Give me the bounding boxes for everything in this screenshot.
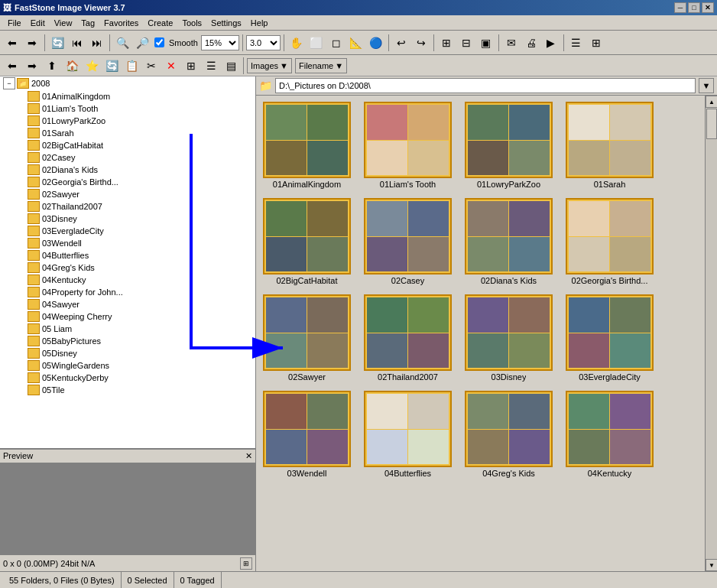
tree-item[interactable]: 02BigCatHabitat xyxy=(0,139,255,151)
tool5[interactable]: 🔵 xyxy=(367,34,385,52)
nav-favorite[interactable]: ⭐ xyxy=(83,57,101,75)
back-button[interactable]: ⬅ xyxy=(3,34,21,52)
tree-area[interactable]: − 📁 2008 01AnimalKingdom01Liam's Tooth01… xyxy=(0,76,255,449)
minimize-button[interactable]: ─ xyxy=(674,2,686,13)
tree-item[interactable]: 05WingleGardens xyxy=(0,359,255,372)
nav-detail[interactable]: ▤ xyxy=(222,57,240,75)
tree-item[interactable]: 02Sawyer xyxy=(0,188,255,200)
thumb-item[interactable]: 02Casey xyxy=(360,195,456,288)
rotation-select[interactable]: 3.0 xyxy=(246,35,281,50)
tool2[interactable]: ⬜ xyxy=(307,34,326,52)
preview-resize[interactable]: ⊞ xyxy=(240,557,252,570)
thumb-item[interactable]: 02BigCatHabitat xyxy=(259,195,355,288)
nav-move[interactable]: ✂ xyxy=(142,57,161,75)
scroll-track[interactable] xyxy=(706,108,717,559)
tree-item[interactable]: 04Butterflies xyxy=(0,249,255,262)
thumb-item[interactable]: 03Wendell xyxy=(259,388,355,481)
thumb-item[interactable]: 01LowryParkZoo xyxy=(461,99,556,192)
slideshow-button[interactable]: ▶ xyxy=(542,34,560,52)
tree-item[interactable]: 05Tile xyxy=(0,384,255,396)
tree-item[interactable]: 01Sarah xyxy=(0,127,255,139)
tree-item[interactable]: 04Weeping Cherry xyxy=(0,310,255,323)
tree-item[interactable]: 02Casey xyxy=(0,151,255,164)
grid2-button[interactable]: ⊟ xyxy=(457,34,475,52)
menu-item-file[interactable]: File xyxy=(3,17,26,29)
thumb-item[interactable]: 03EvergladeCity xyxy=(562,291,657,385)
tree-item[interactable]: 02Diana's Kids xyxy=(0,164,255,176)
address-input[interactable] xyxy=(275,78,696,93)
list-button[interactable]: ☰ xyxy=(567,34,586,52)
scroll-thumb[interactable] xyxy=(706,109,717,139)
tree-item[interactable]: 01LowryParkZoo xyxy=(0,115,255,127)
next-button[interactable]: ⏭ xyxy=(88,34,106,52)
thumb-item[interactable]: 01Sarah xyxy=(562,99,657,192)
tool4[interactable]: 📐 xyxy=(347,34,365,52)
tree-item[interactable]: 05KentuckyDerby xyxy=(0,372,255,384)
thumb-item[interactable]: 02Georgia's Birthd... xyxy=(562,195,657,288)
thumb-item[interactable]: 01AnimalKingdom xyxy=(259,99,355,192)
nav-list[interactable]: ☰ xyxy=(202,57,220,75)
nav-home[interactable]: 🏠 xyxy=(63,57,81,75)
tree-item[interactable]: 04Property for John... xyxy=(0,286,255,298)
tree-item[interactable]: 02Thailand2007 xyxy=(0,200,255,213)
tree-item[interactable]: 03EvergladeCity xyxy=(0,225,255,237)
tree-item[interactable]: 04Sawyer xyxy=(0,298,255,310)
undo-button[interactable]: ↩ xyxy=(392,34,410,52)
tree-item[interactable]: 01Liam's Tooth xyxy=(0,102,255,115)
menu-item-favorites[interactable]: Favorites xyxy=(99,17,143,29)
menu-item-settings[interactable]: Settings xyxy=(206,17,246,29)
tool1[interactable]: ✋ xyxy=(287,34,306,52)
tool3[interactable]: ◻ xyxy=(327,34,346,52)
zoom-in-button[interactable]: 🔍 xyxy=(113,34,131,52)
print-button[interactable]: 🖨 xyxy=(522,34,540,52)
view-button[interactable]: ▣ xyxy=(477,34,495,52)
images-dropdown[interactable]: Images ▼ xyxy=(247,58,292,73)
scroll-up[interactable]: ▲ xyxy=(706,96,717,108)
tree-item[interactable]: 05 Liam xyxy=(0,323,255,335)
menu-item-edit[interactable]: Edit xyxy=(26,17,50,29)
tree-item[interactable]: 02Georgia's Birthd... xyxy=(0,176,255,188)
menu-item-tag[interactable]: Tag xyxy=(76,17,99,29)
tree-item[interactable]: 04Kentucky xyxy=(0,274,255,286)
scrollbar-v[interactable]: ▲ ▼ xyxy=(705,96,717,571)
zoom-select[interactable]: 15% xyxy=(201,35,239,50)
thumb-item[interactable]: 04Butterflies xyxy=(360,388,456,481)
menu-item-view[interactable]: View xyxy=(50,17,77,29)
tree-item[interactable]: 05BabyPictures xyxy=(0,335,255,347)
nav-up[interactable]: ⬆ xyxy=(43,57,61,75)
nav-forward[interactable]: ➡ xyxy=(23,57,41,75)
tree-item[interactable]: 05Disney xyxy=(0,347,255,359)
tree-root[interactable]: − 📁 2008 xyxy=(0,76,255,90)
thumb-item[interactable]: 02Sawyer xyxy=(259,291,355,385)
thumb-item[interactable]: 02Diana's Kids xyxy=(461,195,556,288)
tree-item[interactable]: 03Disney xyxy=(0,213,255,225)
tree-item[interactable]: 01AnimalKingdom xyxy=(0,90,255,102)
forward-button[interactable]: ➡ xyxy=(23,34,41,52)
nav-delete[interactable]: ✕ xyxy=(162,57,180,75)
grid-button[interactable]: ⊞ xyxy=(437,34,456,52)
thumb-button[interactable]: ⊞ xyxy=(587,34,605,52)
nav-copy[interactable]: 📋 xyxy=(122,57,141,75)
tree-item[interactable]: 03Wendell xyxy=(0,237,255,249)
thumb-item[interactable]: 01Liam's Tooth xyxy=(360,99,456,192)
nav-back[interactable]: ⬅ xyxy=(3,57,21,75)
thumb-item[interactable]: 03Disney xyxy=(461,291,556,385)
address-go[interactable]: ▼ xyxy=(699,78,714,93)
nav-thumbs[interactable]: ⊞ xyxy=(182,57,200,75)
root-expander[interactable]: − xyxy=(3,77,15,89)
zoom-out-button[interactable]: 🔎 xyxy=(133,34,151,52)
menu-item-help[interactable]: Help xyxy=(246,17,273,29)
tree-item[interactable]: 04Greg's Kids xyxy=(0,262,255,274)
menu-item-tools[interactable]: Tools xyxy=(177,17,206,29)
redo-button[interactable]: ↪ xyxy=(412,34,430,52)
close-button[interactable]: ✕ xyxy=(702,2,714,13)
thumb-item[interactable]: 04Greg's Kids xyxy=(461,388,556,481)
refresh-button[interactable]: 🔄 xyxy=(48,34,67,52)
thumb-item[interactable]: 04Kentucky xyxy=(562,388,657,481)
prev-button[interactable]: ⏮ xyxy=(68,34,86,52)
filename-dropdown[interactable]: Filename ▼ xyxy=(295,58,347,73)
preview-close[interactable]: ✕ xyxy=(245,451,252,461)
menu-item-create[interactable]: Create xyxy=(143,17,177,29)
maximize-button[interactable]: □ xyxy=(688,2,700,13)
smooth-checkbox[interactable] xyxy=(154,37,164,47)
